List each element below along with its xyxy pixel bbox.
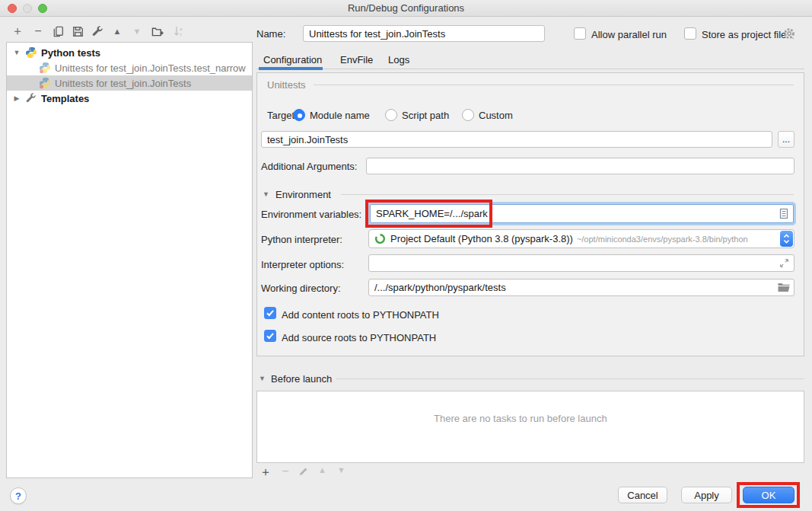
add-source-roots-checkbox[interactable] (264, 330, 276, 342)
tree-item-label: Python tests (41, 47, 100, 59)
chevron-right-icon[interactable]: ▶ (13, 94, 21, 102)
svg-text:a: a (180, 26, 183, 30)
working-directory-value: /.../spark/python/pyspark/tests (374, 282, 506, 293)
tree-item-label: Unittests for test_join.JoinTests.test_n… (55, 62, 246, 74)
before-launch-task-list[interactable] (256, 391, 804, 463)
before-launch-empty-message: There are no tasks to run before launch (434, 413, 607, 424)
wrench-icon[interactable] (91, 24, 104, 38)
title-bar: Run/Debug Configurations (0, 0, 812, 17)
working-directory-input[interactable]: /.../spark/python/pyspark/tests (368, 279, 794, 296)
move-task-up-icon[interactable]: ▲ (318, 465, 326, 474)
browse-module-button[interactable]: ... (778, 131, 794, 148)
before-launch-collapse-icon[interactable]: ▼ (259, 375, 266, 382)
annotation-box-environment-variables (365, 200, 492, 228)
python-interpreter-path: ~/opt/miniconda3/envs/pyspark-3.8/bin/py… (577, 235, 748, 244)
tree-item-label: Templates (41, 93, 89, 104)
apply-button[interactable]: Apply (681, 487, 732, 503)
tree-item-unittests-test-narrow[interactable]: Unittests for test_join.JoinTests.test_n… (7, 60, 252, 75)
radio-module-name[interactable] (293, 109, 305, 121)
tree-item-unittests-jointests-selected[interactable]: Unittests for test_join.JoinTests (7, 75, 252, 91)
python-interpreter-select[interactable]: Project Default (Python 3.8 (pyspark-3.8… (368, 229, 794, 248)
interpreter-options-input[interactable] (368, 254, 794, 272)
environment-variables-label: Environment variables: (261, 209, 361, 220)
tab-logs[interactable]: Logs (388, 54, 409, 65)
name-label: Name: (256, 28, 285, 40)
help-label: ? (15, 490, 21, 502)
environment-section-label[interactable]: Environment (275, 189, 331, 200)
python-interpreter-value: Project Default (Python 3.8 (pyspark-3.8… (390, 233, 573, 244)
tree-item-python-tests[interactable]: ▼ Python tests (7, 45, 252, 60)
allow-parallel-run-checkbox[interactable] (574, 27, 586, 40)
tree-item-label: Unittests for test_join.JoinTests (55, 78, 191, 89)
conda-environment-icon (374, 233, 386, 244)
tab-configuration[interactable]: Configuration (263, 54, 322, 65)
add-content-roots-checkbox[interactable] (264, 307, 276, 319)
allow-parallel-run-label[interactable]: Allow parallel run (591, 29, 667, 40)
expand-field-icon[interactable] (779, 258, 789, 268)
add-task-icon[interactable]: ＋ (259, 465, 272, 478)
tree-item-templates[interactable]: ▶ Templates (7, 91, 252, 106)
remove-icon[interactable]: − (31, 24, 45, 38)
annotation-box-ok-button (737, 482, 800, 508)
cancel-button[interactable]: Cancel (618, 487, 667, 503)
radio-script-path-label[interactable]: Script path (402, 110, 449, 121)
add-source-roots-label[interactable]: Add source roots to PYTHONPATH (282, 332, 436, 343)
remove-task-icon[interactable]: − (279, 465, 292, 478)
active-tab-underline (259, 67, 323, 70)
name-input[interactable]: Unittests for test_join.JoinTests (303, 25, 545, 42)
python-interpreter-label: Python interpreter: (261, 234, 342, 245)
help-button[interactable]: ? (10, 487, 27, 504)
unittests-group-divider (314, 85, 794, 85)
move-down-icon[interactable]: ▼ (130, 24, 144, 38)
add-icon[interactable]: ＋ (11, 24, 24, 38)
chevron-down-icon[interactable]: ▼ (13, 49, 21, 56)
move-task-down-icon[interactable]: ▼ (337, 465, 345, 474)
folder-icon[interactable] (778, 283, 790, 292)
browse-module-label: ... (782, 134, 790, 145)
additional-arguments-input[interactable] (366, 158, 794, 174)
before-launch-section-label[interactable]: Before launch (271, 373, 332, 385)
add-content-roots-label[interactable]: Add content roots to PYTHONPATH (282, 309, 439, 321)
sort-icon[interactable]: az (172, 24, 186, 38)
radio-script-path[interactable] (385, 109, 397, 121)
tabs-divider (256, 69, 804, 69)
environment-section-divider (341, 194, 794, 195)
save-icon[interactable] (71, 24, 84, 38)
python-tests-icon (25, 46, 37, 59)
edit-variables-icon[interactable] (779, 208, 789, 219)
additional-arguments-label: Additional Arguments: (261, 161, 357, 172)
gear-icon[interactable] (782, 27, 796, 40)
edit-task-icon[interactable] (298, 467, 308, 477)
module-name-value: test_join.JoinTests (267, 134, 348, 145)
working-directory-label: Working directory: (261, 283, 341, 294)
move-up-icon[interactable]: ▲ (110, 24, 124, 38)
python-test-icon (39, 77, 51, 89)
tab-envfile[interactable]: EnvFile (340, 54, 373, 65)
new-folder-icon[interactable] (151, 24, 164, 38)
configurations-tree: ▼ Python tests Unittests for test_join.J… (6, 42, 253, 478)
interpreter-dropdown-stepper[interactable] (780, 231, 793, 247)
copy-icon[interactable] (51, 24, 65, 38)
window-title: Run/Debug Configurations (0, 2, 812, 14)
store-as-project-file-checkbox[interactable] (684, 27, 696, 40)
unittests-group-label: Unittests (267, 79, 306, 91)
cancel-label: Cancel (627, 490, 658, 501)
radio-custom[interactable] (462, 109, 474, 121)
templates-wrench-icon (25, 92, 37, 104)
name-value: Unittests for test_join.JoinTests (309, 28, 445, 40)
python-test-icon (39, 62, 51, 74)
apply-label: Apply (694, 490, 719, 501)
store-as-project-file-label[interactable]: Store as project file (702, 29, 786, 40)
interpreter-options-label: Interpreter options: (261, 259, 344, 270)
module-name-input[interactable]: test_join.JoinTests (261, 131, 772, 148)
radio-module-name-label[interactable]: Module name (310, 110, 370, 121)
before-launch-divider (336, 378, 804, 379)
svg-text:z: z (180, 32, 182, 37)
radio-custom-label[interactable]: Custom (479, 110, 513, 121)
environment-collapse-icon[interactable]: ▼ (263, 190, 269, 198)
